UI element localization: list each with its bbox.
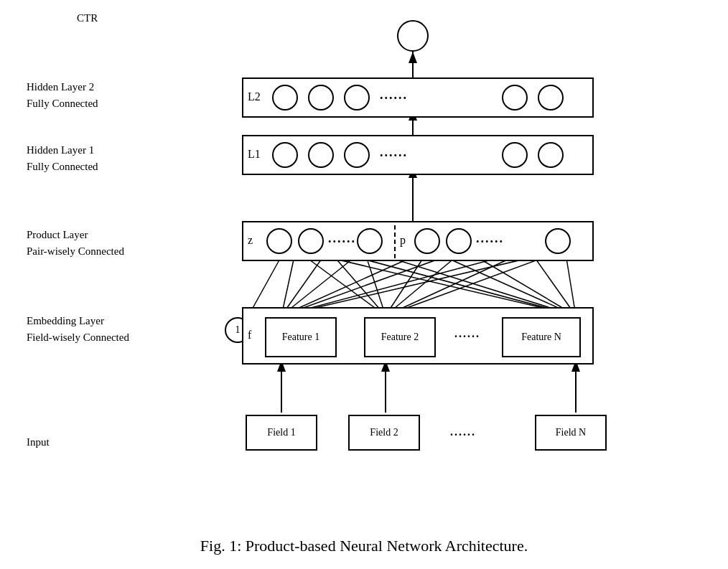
bias-label: 1 [235,324,241,336]
diagram-container: CTR Hidden Layer 2Fully Connected L2 ...… [19,7,709,531]
hidden2-label: Hidden Layer 2Fully Connected [27,79,98,111]
l1-box: L1 ...... [242,135,594,175]
prod-z-node-1 [266,228,292,254]
l2-node-2 [308,85,334,110]
prod-z-node-2 [298,228,324,254]
l2-node-3 [344,85,370,110]
l1-node-2 [308,142,334,168]
field-2-box: Field 2 [348,415,420,451]
l1-node-5 [538,142,564,168]
l2-dots: ...... [380,88,408,103]
feature-2-box: Feature 2 [364,317,436,357]
l2-node-1 [272,85,298,110]
l1-node-3 [344,142,370,168]
feature-n-box: Feature N [502,317,581,357]
embedding-label: Embedding LayerField-wisely Connected [27,313,129,345]
input-label: Input [27,435,50,450]
l1-dots: ...... [380,145,408,160]
l1-letter: L1 [248,148,261,161]
product-label: Product LayerPair-wisely Connected [27,227,124,259]
prod-p-node-3 [545,228,571,254]
field-dots: ...... [450,425,476,438]
field-1-box: Field 1 [246,415,317,451]
embedding-box: f Feature 1 Feature 2 ...... Feature N [242,307,594,365]
l2-node-4 [502,85,528,110]
feature-1-box: Feature 1 [265,317,337,357]
prod-p-node-1 [414,228,440,254]
z-label: z [248,234,253,247]
p-label: p [400,234,406,247]
prod-p-dots: ...... [476,231,504,246]
l2-letter: L2 [248,90,261,103]
figure-caption: Fig. 1: Product-based Neural Network Arc… [200,537,528,555]
l2-node-5 [538,85,564,110]
hidden1-label: Hidden Layer 1Fully Connected [27,142,98,174]
ctr-label: CTR [77,11,98,26]
ctr-node [397,20,429,52]
l1-node-1 [272,142,298,168]
prod-z-dots: ...... [328,231,356,246]
l2-box: L2 ...... [242,77,594,118]
field-n-box: Field N [535,415,607,451]
f-label: f [248,329,251,342]
feature-dots: ...... [454,327,480,340]
product-box: z ...... p ...... [242,221,594,261]
l1-node-4 [502,142,528,168]
prod-z-node-3 [357,228,383,254]
prod-p-node-2 [446,228,472,254]
